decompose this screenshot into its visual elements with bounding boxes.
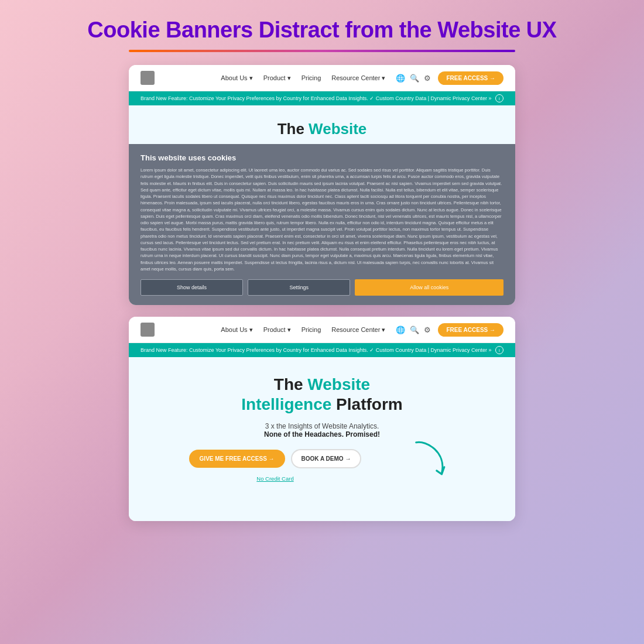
search-icon-2[interactable]: 🔍 — [410, 326, 419, 334]
hero-title-2: The Website Intelligence Platform — [241, 375, 402, 414]
cookie-banner-text: Lorem ipsum dolor sit amet, consectetur … — [141, 167, 503, 272]
navbar-1: About Us ▾ Product ▾ Pricing Resource Ce… — [129, 65, 515, 91]
hero-area-2: The Website Intelligence Platform 3 x th… — [129, 357, 515, 521]
nav-pricing[interactable]: Pricing — [302, 74, 321, 81]
hero-title-plain: The — [278, 120, 309, 138]
announcement-bar-1: Brand New Feature: Customize Your Privac… — [129, 91, 515, 105]
cookie-banner-title: This website uses cookies — [141, 153, 503, 162]
book-demo-button[interactable]: BOOK A DEMO → — [291, 449, 362, 468]
browser-mockup-1: About Us ▾ Product ▾ Pricing Resource Ce… — [129, 65, 515, 305]
browser-mockup-2: About Us ▾ Product ▾ Pricing Resource Ce… — [129, 317, 515, 521]
hero-subtitle: 3 x the Insights of Website Analytics. N… — [264, 422, 380, 439]
hero-subtitle-1: 3 x the Insights of Website Analytics. — [264, 422, 380, 430]
hero2-line1-plain: The — [274, 375, 308, 393]
nav-links-2: About Us ▾ Product ▾ Pricing Resource Ce… — [221, 326, 385, 334]
nav-icons: 🌐 🔍 ⚙ — [396, 74, 431, 83]
info-icon-2[interactable]: i — [495, 346, 503, 354]
hero2-line1-teal: Website — [307, 375, 370, 393]
cookie-banner-buttons: Show details Settings Allow all cookies — [141, 279, 503, 296]
info-icon[interactable]: i — [495, 94, 503, 102]
hero-title-teal: Website — [309, 120, 366, 138]
announcement-text-2: Brand New Feature: Customize Your Privac… — [141, 347, 492, 353]
allow-all-cookies-button[interactable]: Allow all cookies — [355, 279, 503, 296]
hero2-line2-teal: Intelligence — [241, 395, 331, 413]
cookie-banner: This website uses cookies Lorem ipsum do… — [129, 144, 515, 305]
nav-links: About Us ▾ Product ▾ Pricing Resource Ce… — [221, 74, 385, 82]
settings-button[interactable]: Settings — [248, 279, 350, 296]
globe-icon-2[interactable]: 🌐 — [396, 326, 405, 334]
announcement-text: Brand New Feature: Customize Your Privac… — [141, 95, 492, 101]
logo-icon — [141, 71, 155, 85]
free-access-button[interactable]: FREE ACCESS → — [438, 71, 503, 85]
nav-product-2[interactable]: Product ▾ — [263, 326, 291, 334]
hero-title-1: The Website — [141, 120, 503, 138]
hero2-line2-plain: Platform — [331, 395, 402, 413]
title-underline — [129, 50, 515, 52]
settings-icon-2[interactable]: ⚙ — [424, 326, 431, 334]
hero-subtitle-2: None of the Headaches. Promised! — [264, 430, 380, 439]
give-free-access-button[interactable]: GIVE ME FREE ACCESS → — [189, 450, 285, 468]
settings-icon[interactable]: ⚙ — [424, 74, 431, 83]
arrow-decoration — [408, 437, 455, 484]
free-access-button-2[interactable]: FREE ACCESS → — [438, 323, 503, 337]
nav-icons-2: 🌐 🔍 ⚙ — [396, 326, 431, 334]
search-icon[interactable]: 🔍 — [410, 74, 419, 83]
announcement-bar-2: Brand New Feature: Customize Your Privac… — [129, 343, 515, 357]
nav-product[interactable]: Product ▾ — [263, 74, 291, 82]
no-credit-card: No Credit Card — [256, 475, 293, 482]
logo-icon-2 — [141, 323, 155, 337]
page-title: Cookie Banners Distract from the Website… — [87, 18, 556, 43]
nav-resource-2[interactable]: Resource Center ▾ — [331, 326, 385, 334]
hero-area-1: The Website — [129, 105, 515, 144]
nav-about-2[interactable]: About Us ▾ — [221, 326, 252, 334]
cta-buttons: GIVE ME FREE ACCESS → BOOK A DEMO → — [189, 449, 362, 468]
navbar-2: About Us ▾ Product ▾ Pricing Resource Ce… — [129, 317, 515, 343]
nav-resource[interactable]: Resource Center ▾ — [331, 74, 385, 82]
globe-icon[interactable]: 🌐 — [396, 74, 405, 83]
nav-pricing-2[interactable]: Pricing — [302, 326, 321, 333]
nav-about[interactable]: About Us ▾ — [221, 74, 252, 82]
show-details-button[interactable]: Show details — [141, 279, 243, 296]
